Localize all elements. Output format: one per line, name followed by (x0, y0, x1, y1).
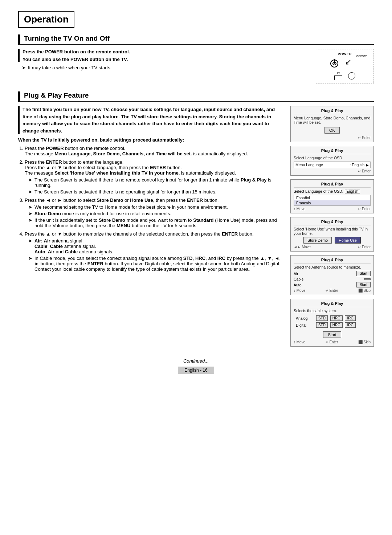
cable-start-btn (364, 278, 371, 280)
ui-box6-title: Plug & Play (294, 301, 371, 307)
arrow-icon: ➤ (22, 65, 26, 70)
continued-text: Continued... (18, 358, 374, 364)
intro-text: The first time you turn on your new TV, … (23, 106, 282, 134)
ui-box4-btns: Store Demo Home Use (294, 237, 371, 244)
ui-box-6: Plug & Play Selects the cable system. An… (290, 299, 374, 347)
ui-box3-subtitle: Select Language of the OSD. (294, 189, 343, 193)
digital-label: Digital (294, 322, 313, 328)
bullet-tv-start: ➤ It may take a while when your TV start… (22, 65, 309, 70)
section1-text: Press the POWER button on the remote con… (18, 49, 309, 83)
tv-round-button (348, 72, 355, 79)
arrow-icon5: ➤ (28, 211, 32, 216)
analog-label: Analog (294, 315, 313, 321)
bold-note1: Press the POWER button on the remote con… (23, 49, 309, 54)
ui-box2-subtitle: Select Language of the OSD. (294, 156, 371, 160)
cable-start-btn-final: Start (323, 331, 341, 338)
ui-box5-move: ↕ Move (294, 289, 305, 293)
analog-hrc-btn: HRC (330, 315, 343, 321)
analog-irc-btn: IRC (345, 315, 355, 321)
ui-box6-enter: ↵ Enter (326, 340, 338, 344)
ui-box4-title: Plug & Play (294, 220, 371, 225)
ui-box3-move: ↕ Move (294, 207, 305, 211)
digital-hrc-btn: HRC (330, 322, 343, 328)
step3-bullets: ➤ We recommend setting the TV to Home mo… (25, 204, 282, 228)
antenna-row-auto: Auto Start (294, 282, 371, 287)
cable-digital-row: Digital STD HRC IRC (294, 322, 370, 328)
step-2: Press the ENTER button to enter the lang… (25, 159, 282, 195)
antenna-row-air: Air Start (294, 271, 371, 276)
arrow-icon4: ➤ (28, 204, 32, 210)
ui-box5-skip: ⬛ Skip (358, 289, 371, 293)
ui-box2-title: Plug & Play (294, 148, 371, 154)
step4-bullet2: ➤ In Cable mode, you can select the corr… (28, 256, 282, 272)
ui-box3-dropdown: Español Français (294, 195, 371, 206)
power-button-icon: ⏻ (330, 60, 338, 68)
tv-button-rect (334, 75, 342, 80)
step2-bullets: ➤ The Screen Saver is activated if there… (25, 177, 282, 195)
cable-analog-row: Analog STD HRC IRC (294, 315, 370, 321)
step4-bullets: ➤ Air: Air antenna signal.Cable: Cable a… (25, 238, 282, 272)
ui-box4-move: ◄► Move (294, 245, 311, 249)
step2-bullet1: ➤ The Screen Saver is activated if there… (28, 177, 282, 188)
tv-label: TV (336, 71, 340, 74)
arrow-icon6: ➤ (28, 217, 32, 223)
step3-bullet3: ➤ If the unit is accidentally set to Sto… (28, 217, 282, 228)
analog-btns: STD HRC IRC (314, 315, 370, 321)
ui-box1-ok-btn: OK (324, 127, 340, 134)
dropdown-item-francais: Français (294, 200, 370, 205)
lang-arrow-icon: ▶ (366, 163, 369, 167)
dropdown-item-espanol: Español (294, 195, 370, 200)
step4-bullet1: ➤ Air: Air antenna signal.Cable: Cable a… (28, 238, 282, 254)
ui-box1-title: Plug & Play (294, 109, 371, 114)
arrow-icon7: ➤ (28, 238, 32, 244)
ui-box2-lang-row: Menu Language : English ▶ (294, 162, 371, 168)
arrow-down-icon: ↙ (345, 57, 351, 67)
ui-box5-subtitle: Select the Antenna source to memorize. (294, 265, 371, 269)
page-footer: English - 16 (178, 367, 214, 374)
when-powered-text: When the TV is initially powered on, bas… (18, 137, 282, 143)
ui-box-5: Plug & Play Select the Antenna source to… (290, 255, 374, 295)
antenna-row-cable: Cable (294, 277, 371, 281)
ui-box5-enter: ↵ Enter (326, 289, 338, 293)
section2-heading: Plug & Play Feature (18, 91, 374, 102)
store-demo-btn: Store Demo (303, 237, 332, 244)
arrow-icon2: ➤ (28, 177, 32, 183)
steps-list: Press the POWER button on the remote con… (18, 146, 282, 272)
ui-box5-title: Plug & Play (294, 258, 371, 264)
ui-box6-subtitle: Selects the cable system. (294, 309, 371, 313)
power-label: POWER (338, 52, 352, 56)
arrow-icon3: ➤ (28, 189, 32, 195)
ui-box4-text: Select 'Home Use' when installing this T… (294, 227, 371, 236)
ui-box-3: Plug & Play Select Language of the OSD. … (290, 179, 374, 213)
ui-box4-enter: ↵ Enter (358, 245, 371, 249)
ui-box1-text: Menu Language, Store Demo, Channels, and… (294, 116, 371, 124)
bold-note2: You can also use the POWER button on the… (23, 57, 309, 62)
lang-value: English (352, 163, 364, 167)
step3-bullet1: ➤ We recommend setting the TV to Home mo… (28, 204, 282, 210)
step-4: Press the ▲ or ▼ button to memorize the … (25, 231, 282, 272)
digital-irc-btn: IRC (345, 322, 355, 328)
section-plug-play: Plug & Play Feature The first time you t… (18, 91, 374, 350)
section1-heading: Turning the TV On and Off (18, 34, 374, 45)
home-use-btn: Home Use (335, 237, 361, 244)
step-3: Press the ◄ or ► button to select Store … (25, 197, 282, 228)
page-title: Operation (18, 11, 74, 28)
section-turning-on: Turning the TV On and Off Press the POWE… (18, 34, 374, 83)
digital-std-btn: STD (316, 322, 328, 328)
step2-bullet2: ➤ The Screen Saver is activated if there… (28, 189, 282, 195)
ui-box-4: Plug & Play Select 'Home Use' when insta… (290, 217, 374, 252)
step3-bullet2: ➤ Store Demo mode is only intended for u… (28, 211, 282, 216)
air-start-btn: Start (356, 271, 371, 276)
analog-std-btn: STD (316, 315, 328, 321)
onoff-label: ON/OFF (356, 54, 367, 58)
ui-box1-enter: ↵ Enter (294, 136, 371, 140)
arrow-icon8: ➤ (28, 256, 32, 261)
tv-power-image: POWER ⏻ ↙ ON/OFF TV (316, 49, 374, 83)
digital-btns: STD HRC IRC (314, 322, 370, 328)
ui-box-1: Plug & Play Menu Language, Store Demo, C… (290, 106, 374, 142)
ui-box3-enter: ↵ Enter (358, 207, 371, 211)
auto-start-btn: Start (356, 282, 371, 287)
ui-box6-move: ↕ Move (294, 340, 305, 344)
ui-box2-enter: ↵ Enter (294, 169, 371, 173)
lang-label: Menu Language (295, 163, 350, 167)
